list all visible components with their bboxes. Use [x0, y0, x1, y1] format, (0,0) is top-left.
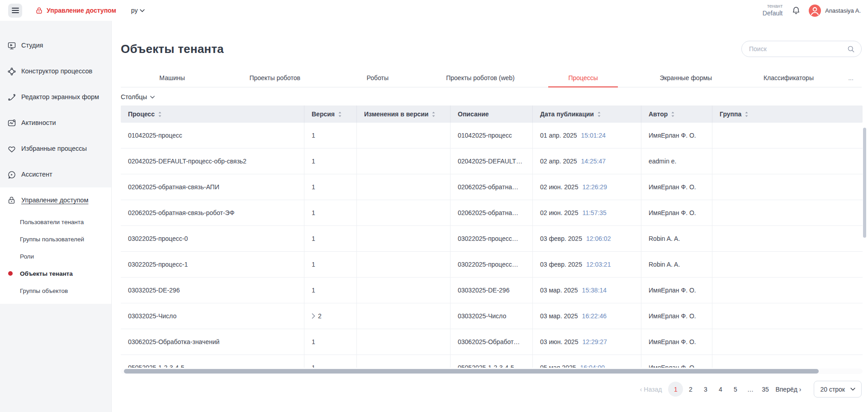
table-row[interactable]: 03062025-Обработка-значений103062025-Обр…: [121, 329, 863, 355]
column-header-group[interactable]: Группа: [712, 105, 863, 123]
cell-description: 05052025-1-2-3-4-5: [450, 355, 532, 368]
column-header-description: Описание: [450, 105, 532, 123]
horizontal-scrollbar-thumb[interactable]: [124, 369, 819, 374]
cell-process: 01042025-процесс: [121, 123, 304, 148]
cell-group: [712, 355, 863, 368]
sidebar-item-studio[interactable]: Студия: [0, 33, 111, 58]
favorite-processes-icon: [7, 144, 16, 153]
sidebar-item-label: Избранные процессы: [21, 145, 87, 153]
cell-process: 03032025-Число: [121, 303, 304, 329]
search-input[interactable]: [749, 45, 847, 53]
sort-icon[interactable]: [745, 111, 749, 117]
sidebar-item-assistant[interactable]: Ассистент: [0, 162, 111, 187]
sidebar-subitem-user-groups[interactable]: Группы пользователей: [0, 230, 111, 248]
sidebar-subitem-roles[interactable]: Роли: [0, 248, 111, 265]
page-size-select[interactable]: 20 строк: [814, 381, 862, 398]
table-row[interactable]: 05052025-1-2-3-4-5105052025-1-2-3-4-505 …: [121, 355, 863, 368]
sidebar-assistant-slot: Ассистент: [0, 162, 111, 187]
table-row[interactable]: 01042025-процесс101042025-процесс01 апр.…: [121, 123, 863, 149]
language-value: ру: [131, 7, 138, 14]
notifications-button[interactable]: [792, 6, 801, 15]
cell-author: ИмяЕрлан Ф. О.: [641, 329, 712, 355]
pagination-prev[interactable]: ‹ Назад: [640, 386, 662, 393]
assistant-icon: [7, 170, 16, 179]
column-label: Версия: [312, 110, 335, 118]
cell-description: 02042025-DEFAULT…: [450, 149, 532, 174]
table-row[interactable]: 03032025-DE-296103032025-DE-29603 мар. 2…: [121, 278, 863, 303]
app-brand[interactable]: Управление доступом: [35, 7, 116, 14]
cell-process: 02062025-обратная-связь-робот-ЭФ: [121, 200, 304, 225]
tenant-block[interactable]: тенант Default: [763, 3, 783, 17]
column-header-version-changes[interactable]: Изменения в версии: [356, 105, 450, 123]
sort-icon[interactable]: [338, 111, 342, 117]
sidebar-item-activities[interactable]: Активности: [0, 110, 111, 136]
column-header-process[interactable]: Процесс: [121, 105, 304, 123]
tab-robot-projects-web[interactable]: Проекты роботов (web): [429, 68, 531, 87]
sidebar-item-favorite-processes[interactable]: Избранные процессы: [0, 136, 111, 162]
cell-publish-date: 03 февр. 202512:06:02: [532, 226, 641, 251]
table-row[interactable]: 02062025-обратная-связь-АПИ102062025-обр…: [121, 174, 863, 200]
vertical-scrollbar-thumb[interactable]: [863, 128, 866, 238]
table-row[interactable]: 03022025-процесс-1103022025-процесс…03 ф…: [121, 252, 863, 278]
cell-description: 03022025-процесс…: [450, 226, 532, 251]
sort-icon[interactable]: [158, 111, 162, 117]
pagination-next[interactable]: Вперёд ›: [775, 386, 801, 393]
cell-version: 1: [304, 200, 356, 225]
tab-classifiers[interactable]: Классификаторы: [737, 68, 840, 87]
tab-robot-projects[interactable]: Проекты роботов: [223, 68, 326, 87]
pagination-page-2[interactable]: 2: [683, 382, 698, 397]
sidebar-subitem-tenant-users[interactable]: Пользователи тенанта: [0, 213, 111, 230]
cell-version: 1: [304, 252, 356, 277]
column-header-publish-date[interactable]: Дата публикации: [532, 105, 641, 123]
sort-icon[interactable]: [671, 111, 675, 117]
table-row[interactable]: 03022025-процесс-0103022025-процесс…03 ф…: [121, 226, 863, 252]
publish-time: 12:06:02: [586, 235, 611, 242]
columns-button[interactable]: Столбцы: [121, 93, 155, 101]
sidebar-item-process-constructor[interactable]: Конструктор процессов: [0, 58, 111, 84]
pagination-page-35[interactable]: 35: [758, 382, 773, 397]
pagination-page-5[interactable]: 5: [728, 382, 743, 397]
sidebar-subitem-label: Пользователи тенанта: [20, 219, 84, 225]
column-label: Дата публикации: [540, 110, 594, 118]
sidebar-nav: Студия Конструктор процессов Редактор эк…: [0, 33, 111, 162]
avatar[interactable]: [809, 5, 821, 17]
cell-version: 1: [304, 174, 356, 200]
object-type-tabs: МашиныПроекты роботовРоботыПроекты робот…: [121, 68, 862, 87]
language-selector[interactable]: ру: [131, 7, 145, 14]
pagination-page-3[interactable]: 3: [698, 382, 713, 397]
tab-screen-forms[interactable]: Экранные формы: [635, 68, 737, 87]
cell-version-changes: [356, 174, 450, 200]
sidebar-item-form-editor[interactable]: Редактор экранных форм: [0, 84, 111, 110]
tab-robots[interactable]: Роботы: [326, 68, 429, 87]
cell-author: ИмяЕрлан Ф. О.: [641, 355, 712, 368]
pagination-page-4[interactable]: 4: [713, 382, 728, 397]
sort-icon[interactable]: [432, 111, 436, 117]
chevron-down-icon: [150, 96, 155, 99]
tenant-label: тенант: [763, 3, 783, 10]
table-row[interactable]: 03032025-Число203032025-Число03 мар. 202…: [121, 303, 863, 329]
sidebar-subitem-object-groups[interactable]: Группы объектов: [0, 282, 111, 299]
search-icon[interactable]: [847, 45, 855, 53]
menu-toggle-button[interactable]: [8, 4, 22, 18]
horizontal-scrollbar[interactable]: [121, 369, 863, 374]
tab-label: Машины: [159, 74, 185, 81]
tab-processes[interactable]: Процессы: [532, 68, 635, 87]
cell-process: 02042025-DEFAULT-процесс-обр-связь2: [121, 149, 304, 174]
table-row[interactable]: 02042025-DEFAULT-процесс-обр-связь210204…: [121, 149, 863, 174]
cell-process: 03022025-процесс-1: [121, 252, 304, 277]
sidebar-item-access-management[interactable]: Управление доступом: [0, 187, 111, 213]
tab-machines[interactable]: Машины: [121, 68, 223, 87]
column-header-version[interactable]: Версия: [304, 105, 356, 123]
publish-time: 16:04:00: [580, 364, 605, 368]
expand-versions-icon[interactable]: [312, 313, 315, 319]
column-header-author[interactable]: Автор: [641, 105, 712, 123]
search-box: [741, 41, 862, 57]
pagination-page-1[interactable]: 1: [668, 382, 683, 397]
sidebar-subitem-tenant-objects[interactable]: Объекты тенанта: [0, 265, 111, 282]
user-name[interactable]: Anastasiya A.: [825, 7, 861, 14]
table-row[interactable]: 02062025-обратная-связь-робот-ЭФ10206202…: [121, 200, 863, 226]
tab-more[interactable]: ...: [840, 68, 862, 87]
sort-icon[interactable]: [597, 111, 601, 117]
column-label: Автор: [649, 110, 668, 118]
sidebar-item-label: Управление доступом: [21, 196, 88, 204]
